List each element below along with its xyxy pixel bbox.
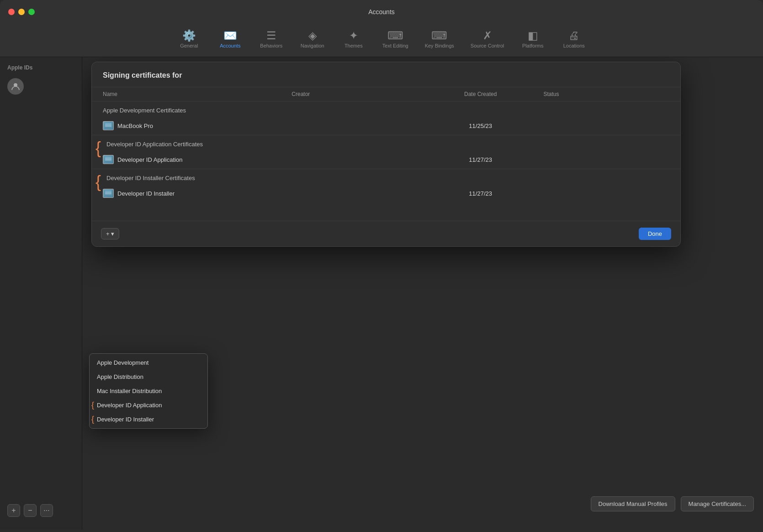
sheet-title: Signing certificates for: [103, 71, 182, 79]
svg-rect-13: [105, 192, 111, 192]
menu-item-label: Developer ID Application: [97, 402, 162, 409]
accounts-icon: ✉️: [223, 30, 237, 41]
svg-rect-4: [105, 125, 111, 126]
toolbar-item-general[interactable]: ⚙️ General: [169, 27, 210, 51]
cert-section-developer-id-application: { Developer ID Application Certificates …: [92, 135, 680, 169]
column-date-header: Date Created: [418, 91, 544, 97]
svg-rect-8: [105, 158, 111, 159]
source-control-icon: ✗: [483, 30, 492, 41]
minimize-button[interactable]: [18, 9, 25, 15]
menu-item-developer-id-application[interactable]: Developer ID Application: [90, 398, 207, 412]
column-creator-header: Creator: [291, 91, 418, 97]
cert-section-developer-id-installer: { Developer ID Installer Certificates De…: [92, 169, 680, 221]
toolbar-item-key-bindings[interactable]: ⌨ Key Bindings: [417, 27, 462, 51]
menu-item-label: Developer ID Installer: [97, 416, 154, 423]
menu-item-label: Apple Distribution: [97, 373, 143, 380]
add-certificate-dropdown: Apple Development Apple Distribution Mac…: [89, 353, 208, 429]
bottom-actions: Download Manual Profiles Manage Certific…: [591, 496, 754, 511]
locations-icon: 🖨: [568, 30, 579, 41]
table-row[interactable]: Developer ID Application 11/27/23: [92, 150, 680, 169]
avatar: [7, 78, 24, 95]
toolbar-label-platforms: Platforms: [522, 43, 543, 48]
toolbar-item-navigation[interactable]: ◈ Navigation: [292, 27, 333, 51]
toolbar-label-key-bindings: Key Bindings: [425, 43, 454, 48]
sheet-header: Signing certificates for: [92, 62, 680, 87]
remove-account-button[interactable]: −: [24, 504, 37, 517]
developer-id-installer-header: Developer ID Installer Certificates: [92, 169, 680, 184]
cert-date: 11/25/23: [418, 122, 544, 129]
cert-date: 11/27/23: [418, 190, 544, 197]
cert-name: Developer ID Application: [117, 156, 182, 163]
content-area: Signing certificates for Name Creator Da…: [82, 57, 763, 530]
add-certificate-button[interactable]: + ▾: [101, 228, 119, 239]
cert-name: MacBook Pro: [117, 122, 153, 129]
bracket-icon: {: [95, 138, 101, 158]
main-content: Apple IDs + − ···: [0, 57, 763, 530]
svg-rect-5: [105, 126, 111, 127]
sidebar-header: Apple IDs: [0, 64, 82, 74]
cert-date: 11/27/23: [418, 156, 544, 163]
manage-certificates-button[interactable]: Manage Certificates...: [681, 496, 754, 511]
sidebar-account[interactable]: [0, 74, 82, 98]
menu-item-label: Apple Development: [97, 359, 148, 366]
cert-name: Developer ID Installer: [117, 190, 175, 197]
toolbar-item-behaviors[interactable]: ☰ Behaviors: [251, 27, 292, 51]
svg-rect-15: [105, 194, 111, 194]
table-row[interactable]: Developer ID Installer 11/27/23: [92, 184, 680, 202]
titlebar: Accounts: [0, 0, 763, 24]
toolbar-label-behaviors: Behaviors: [260, 43, 282, 48]
certificates-sheet: Signing certificates for Name Creator Da…: [91, 62, 681, 247]
download-manual-profiles-button[interactable]: Download Manual Profiles: [591, 496, 675, 511]
toolbar-label-source-control: Source Control: [471, 43, 504, 48]
toolbar-item-accounts[interactable]: ✉️ Accounts: [210, 27, 251, 51]
svg-rect-9: [105, 159, 111, 160]
close-button[interactable]: [8, 9, 15, 15]
svg-rect-2: [105, 123, 111, 124]
toolbar-label-themes: Themes: [344, 43, 363, 48]
cert-icon: [103, 121, 114, 130]
menu-item-mac-installer-distribution[interactable]: Mac Installer Distribution: [90, 384, 207, 398]
navigation-icon: ◈: [308, 30, 317, 41]
toolbar-label-locations: Locations: [563, 43, 585, 48]
toolbar: ⚙️ General ✉️ Accounts ☰ Behaviors ◈ Nav…: [0, 24, 763, 57]
menu-item-label: Mac Installer Distribution: [97, 388, 162, 394]
platforms-icon: ◧: [528, 30, 538, 41]
menu-item-developer-id-installer[interactable]: Developer ID Installer: [90, 412, 207, 426]
cert-icon: [103, 155, 114, 164]
toolbar-item-locations[interactable]: 🖨 Locations: [553, 27, 594, 51]
cert-section-apple-development: Apple Development Certificates MacBook P…: [92, 101, 680, 135]
cert-icon: [103, 189, 114, 198]
toolbar-label-accounts: Accounts: [220, 43, 240, 48]
toolbar-item-themes[interactable]: ✦ Themes: [333, 27, 374, 51]
more-options-button[interactable]: ···: [40, 504, 53, 517]
toolbar-label-text-editing: Text Editing: [382, 43, 408, 48]
column-name-header: Name: [103, 91, 291, 97]
toolbar-item-source-control[interactable]: ✗ Source Control: [462, 27, 512, 51]
sheet-footer: + ▾ Done: [92, 221, 680, 246]
bracket-icon: {: [95, 172, 101, 192]
menu-item-apple-distribution[interactable]: Apple Distribution: [90, 370, 207, 384]
window-controls: [8, 9, 35, 15]
key-bindings-icon: ⌨: [431, 30, 447, 41]
maximize-button[interactable]: [28, 9, 35, 15]
main-window: Accounts ⚙️ General ✉️ Accounts ☰ Behavi…: [0, 0, 763, 532]
table-row[interactable]: MacBook Pro 11/25/23: [92, 117, 680, 135]
svg-rect-12: [105, 191, 111, 192]
svg-rect-14: [105, 193, 111, 193]
general-icon: ⚙️: [182, 30, 196, 41]
toolbar-item-text-editing[interactable]: ⌨ Text Editing: [374, 27, 417, 51]
sidebar-bottom-controls: + − ···: [0, 499, 82, 522]
window-title: Accounts: [368, 8, 395, 16]
text-editing-icon: ⌨: [387, 30, 403, 41]
done-button[interactable]: Done: [639, 228, 671, 240]
sidebar: Apple IDs + − ···: [0, 57, 82, 530]
column-status-header: Status: [543, 91, 669, 97]
svg-rect-7: [105, 157, 111, 158]
add-account-button[interactable]: +: [7, 504, 20, 517]
apple-development-header: Apple Development Certificates: [92, 101, 680, 117]
developer-id-application-header: Developer ID Application Certificates: [92, 135, 680, 150]
menu-item-apple-development[interactable]: Apple Development: [90, 356, 207, 370]
svg-rect-3: [105, 124, 111, 125]
svg-rect-10: [105, 160, 111, 160]
toolbar-item-platforms[interactable]: ◧ Platforms: [512, 27, 553, 51]
